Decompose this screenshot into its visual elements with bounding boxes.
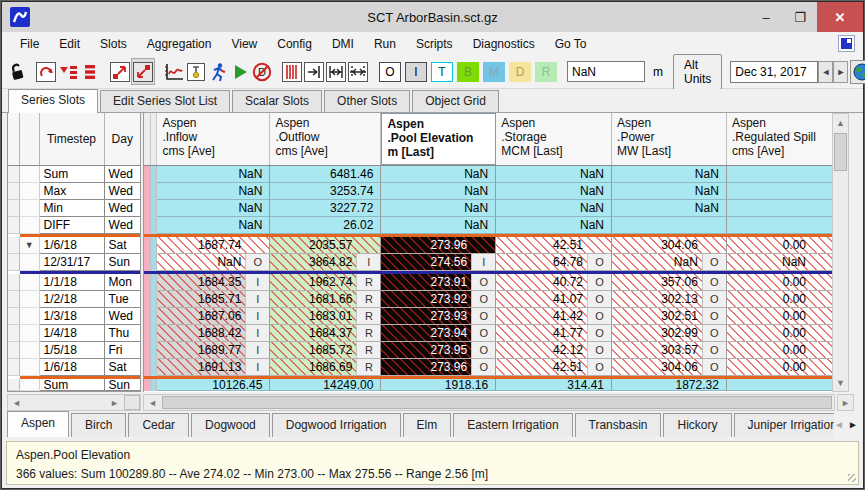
- value-cell[interactable]: 273.92O: [381, 291, 496, 308]
- object-tab-elm[interactable]: Elm: [403, 413, 452, 437]
- summary-cell[interactable]: [727, 166, 835, 183]
- tab-other-slots[interactable]: Other Slots: [324, 90, 410, 112]
- value-cell[interactable]: 304.06O: [612, 359, 727, 376]
- flag-button-o[interactable]: O: [379, 62, 401, 82]
- value-cell[interactable]: 357.06O: [612, 274, 727, 291]
- value-cell[interactable]: 1688.42I: [157, 325, 270, 342]
- tab-object-grid[interactable]: Object Grid: [412, 90, 499, 112]
- flag-cell[interactable]: I: [471, 254, 495, 270]
- timestep-cell[interactable]: 1/3/18: [40, 308, 105, 325]
- day-cell[interactable]: Tue: [105, 291, 140, 308]
- flag-cell[interactable]: O: [702, 325, 726, 341]
- value-cell[interactable]: 0.00: [727, 237, 835, 254]
- object-tab-cedar[interactable]: Cedar: [128, 413, 189, 437]
- timestep-header[interactable]: Timestep: [40, 113, 105, 165]
- summary-cell[interactable]: NaN: [612, 200, 727, 217]
- timestep-cell[interactable]: Min: [40, 200, 105, 217]
- scroll-down-icon[interactable]: ▼: [833, 375, 848, 390]
- menu-go-to[interactable]: Go To: [545, 34, 597, 54]
- corner-scroll[interactable]: ►: [837, 394, 854, 411]
- vertical-scroll-thumb[interactable]: [834, 133, 847, 171]
- flag-button-t[interactable]: T: [431, 62, 453, 82]
- flag-cell[interactable]: O: [471, 308, 495, 324]
- summary-cell[interactable]: 3227.72: [270, 200, 381, 217]
- summary-cell[interactable]: 10126.45: [157, 379, 270, 391]
- value-cell[interactable]: 273.96O: [381, 359, 496, 376]
- row-handle[interactable]: [8, 166, 20, 183]
- value-cell[interactable]: 0.00: [727, 325, 835, 342]
- summary-cell[interactable]: 6481.46: [270, 166, 381, 183]
- menu-slots[interactable]: Slots: [90, 34, 137, 54]
- date-field[interactable]: Dec 31, 2017: [730, 61, 818, 83]
- vertical-scrollbar[interactable]: ▲ ▼: [832, 113, 849, 392]
- value-cell[interactable]: 273.91O: [381, 274, 496, 291]
- timestep-cell[interactable]: Max: [40, 183, 105, 200]
- value-cell[interactable]: 303.57O: [612, 342, 727, 359]
- column-width-icon[interactable]: [325, 58, 347, 85]
- alt-units-button[interactable]: Alt Units: [673, 54, 722, 90]
- summary-cell[interactable]: NaN: [381, 166, 496, 183]
- value-cell[interactable]: 304.06: [612, 237, 727, 254]
- object-tab-juniper-irrigation[interactable]: Juniper Irrigation: [734, 413, 835, 437]
- value-cell[interactable]: 1684.35I: [157, 274, 270, 291]
- day-cell[interactable]: Fri: [105, 342, 140, 359]
- left-scroll-right-icon[interactable]: ►: [107, 395, 122, 410]
- value-cell[interactable]: 42.12O: [496, 342, 612, 359]
- value-cell[interactable]: NaNO: [157, 254, 270, 271]
- flag-cell[interactable]: O: [587, 342, 611, 358]
- date-next-button[interactable]: ►: [833, 61, 848, 83]
- value-cell[interactable]: 1685.71I: [157, 291, 270, 308]
- value-cell[interactable]: 1681.66R: [270, 291, 381, 308]
- column-header-storage[interactable]: Aspen.StorageMCM [Last]: [496, 113, 612, 165]
- object-tab-transbasin[interactable]: Transbasin: [575, 413, 662, 437]
- summary-cell[interactable]: 314.41: [496, 379, 612, 391]
- cancel-run-icon[interactable]: D: [251, 58, 273, 85]
- flag-cell[interactable]: O: [471, 325, 495, 341]
- timestep-cell[interactable]: 1/2/18: [40, 291, 105, 308]
- timestep-cell[interactable]: Sum: [40, 166, 105, 183]
- open-slot-icon[interactable]: [185, 58, 207, 85]
- start-run-icon[interactable]: [229, 58, 251, 85]
- menu-run[interactable]: Run: [364, 34, 406, 54]
- value-cell[interactable]: 274.56I: [381, 254, 496, 271]
- summary-cell[interactable]: 1872.32: [612, 379, 727, 391]
- day-cell[interactable]: Wed: [105, 200, 140, 217]
- value-cell[interactable]: 273.95O: [381, 342, 496, 359]
- run-control-icon[interactable]: [207, 58, 229, 85]
- maximize-button[interactable]: ❐: [783, 2, 817, 32]
- flag-cell[interactable]: R: [356, 291, 380, 307]
- column-header-outflow[interactable]: Aspen.Outflowcms [Ave]: [270, 113, 381, 165]
- summary-cell[interactable]: NaN: [381, 183, 496, 200]
- flag-cell[interactable]: O: [245, 254, 269, 270]
- value-cell[interactable]: 40.72O: [496, 274, 612, 291]
- tabs-scroll-left-icon[interactable]: ◄: [832, 415, 846, 433]
- column-header-pool-elevation[interactable]: Aspen.Pool Elevationm [Last]: [381, 113, 496, 165]
- value-cell[interactable]: NaN: [727, 254, 835, 271]
- value-cell[interactable]: 1685.72R: [270, 342, 381, 359]
- value-cell[interactable]: 1683.01R: [270, 308, 381, 325]
- flag-cell[interactable]: O: [471, 359, 495, 375]
- main-scroll-thumb[interactable]: [162, 396, 832, 409]
- flag-cell[interactable]: O: [587, 359, 611, 375]
- timestep-cell[interactable]: Sum: [40, 379, 105, 391]
- row-handle[interactable]: [8, 359, 20, 376]
- object-tab-eastern-irrigation[interactable]: Eastern Irrigation: [453, 413, 572, 437]
- flag-cell[interactable]: O: [471, 342, 495, 358]
- tab-series-slots[interactable]: Series Slots: [8, 89, 98, 113]
- summary-cell[interactable]: 26.02: [270, 217, 381, 234]
- summary-cell[interactable]: NaN: [496, 166, 612, 183]
- flag-cell[interactable]: I: [245, 291, 269, 307]
- row-handle[interactable]: [8, 200, 20, 217]
- close-button[interactable]: ✕: [817, 2, 863, 32]
- value-cell[interactable]: 0.00: [727, 274, 835, 291]
- flag-cell[interactable]: R: [356, 359, 380, 375]
- value-cell[interactable]: 0.00: [727, 308, 835, 325]
- row-config-icon[interactable]: [79, 58, 101, 85]
- divider-icon[interactable]: [281, 58, 303, 85]
- value-cell[interactable]: 1691.13I: [157, 359, 270, 376]
- flag-cell[interactable]: O: [702, 342, 726, 358]
- flag-cell[interactable]: R: [356, 274, 380, 290]
- flag-cell[interactable]: O: [471, 274, 495, 290]
- summary-cell[interactable]: 14249.00: [270, 379, 381, 391]
- day-cell[interactable]: Mon: [105, 274, 140, 291]
